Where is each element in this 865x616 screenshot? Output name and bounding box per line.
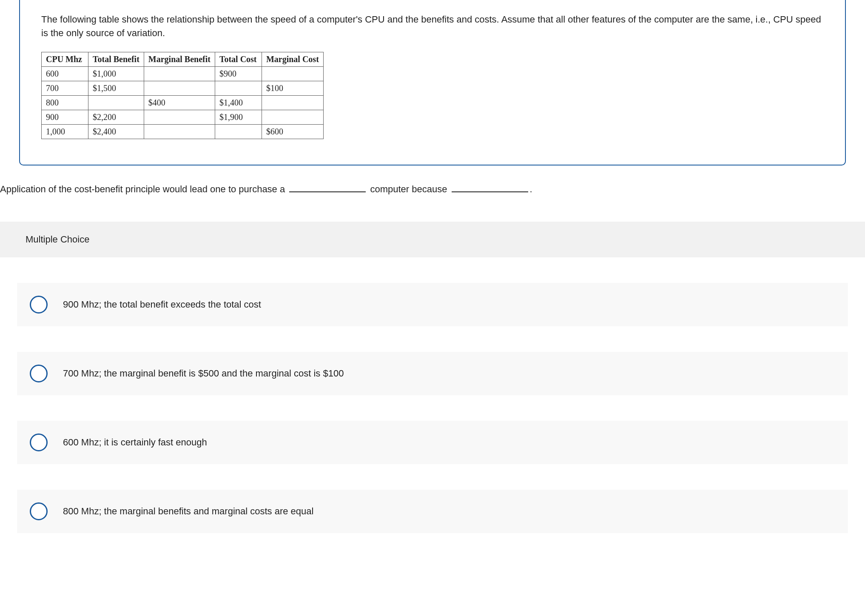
table-row: 600 $1,000 $900 <box>42 66 324 81</box>
table-cell: $1,500 <box>88 81 144 95</box>
table-cell <box>144 81 215 95</box>
table-cell <box>262 110 323 124</box>
choice-label: 600 Mhz; it is certainly fast enough <box>63 436 207 449</box>
table-header: Total Cost <box>215 52 262 66</box>
fill-blank-2[interactable] <box>452 183 528 192</box>
table-row: 900 $2,200 $1,900 <box>42 110 324 124</box>
table-cell: $2,200 <box>88 110 144 124</box>
table-cell: $1,900 <box>215 110 262 124</box>
table-row: 800 $400 $1,400 <box>42 95 324 110</box>
table-cell: 900 <box>42 110 88 124</box>
choice-option[interactable]: 700 Mhz; the marginal benefit is $500 an… <box>17 352 848 395</box>
table-cell <box>144 66 215 81</box>
table-cell: 800 <box>42 95 88 110</box>
choice-option[interactable]: 600 Mhz; it is certainly fast enough <box>17 421 848 464</box>
choice-option[interactable]: 900 Mhz; the total benefit exceeds the t… <box>17 283 848 326</box>
table-cell <box>262 66 323 81</box>
choice-label: 900 Mhz; the total benefit exceeds the t… <box>63 298 261 311</box>
radio-icon[interactable] <box>30 296 48 314</box>
fill-blank-1[interactable] <box>289 183 366 192</box>
table-cell <box>144 124 215 139</box>
table-cell <box>215 81 262 95</box>
choice-label: 700 Mhz; the marginal benefit is $500 an… <box>63 367 344 380</box>
table-cell: 700 <box>42 81 88 95</box>
choices-container: 900 Mhz; the total benefit exceeds the t… <box>0 283 865 533</box>
table-cell: 1,000 <box>42 124 88 139</box>
table-header: Marginal Cost <box>262 52 323 66</box>
table-cell <box>144 110 215 124</box>
question-box: The following table shows the relationsh… <box>19 0 846 165</box>
radio-icon[interactable] <box>30 502 48 520</box>
choice-label: 800 Mhz; the marginal benefits and margi… <box>63 505 313 518</box>
prompt-part1: Application of the cost-benefit principl… <box>0 184 285 194</box>
table-cell: $900 <box>215 66 262 81</box>
table-cell: $2,400 <box>88 124 144 139</box>
table-row: 1,000 $2,400 $600 <box>42 124 324 139</box>
data-table: CPU Mhz Total Benefit Marginal Benefit T… <box>41 52 324 139</box>
table-header: CPU Mhz <box>42 52 88 66</box>
table-cell: $600 <box>262 124 323 139</box>
table-cell <box>215 124 262 139</box>
table-cell: $1,400 <box>215 95 262 110</box>
table-cell <box>88 95 144 110</box>
table-header: Total Benefit <box>88 52 144 66</box>
table-cell <box>262 95 323 110</box>
table-cell: $1,000 <box>88 66 144 81</box>
table-header: Marginal Benefit <box>144 52 215 66</box>
choice-option[interactable]: 800 Mhz; the marginal benefits and margi… <box>17 490 848 533</box>
radio-icon[interactable] <box>30 433 48 451</box>
table-header-row: CPU Mhz Total Benefit Marginal Benefit T… <box>42 52 324 66</box>
prompt-end: . <box>530 184 532 194</box>
question-intro: The following table shows the relationsh… <box>41 13 824 40</box>
table-cell: 600 <box>42 66 88 81</box>
prompt-line: Application of the cost-benefit principl… <box>0 183 865 196</box>
table-cell: $400 <box>144 95 215 110</box>
radio-icon[interactable] <box>30 365 48 382</box>
table-cell: $100 <box>262 81 323 95</box>
multiple-choice-header: Multiple Choice <box>0 222 865 257</box>
table-row: 700 $1,500 $100 <box>42 81 324 95</box>
prompt-part2: computer because <box>370 184 447 194</box>
